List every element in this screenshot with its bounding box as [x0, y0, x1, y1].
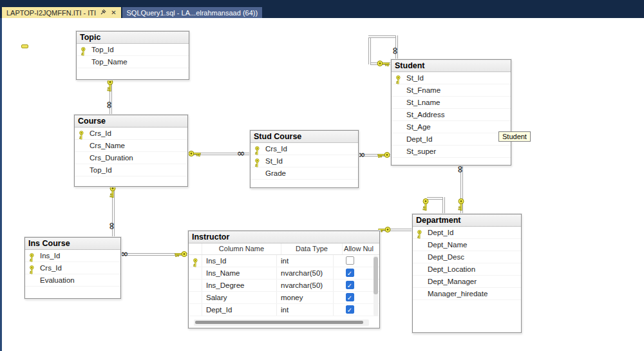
column-name-cell[interactable]: Ins_Degree — [202, 280, 277, 291]
column-row[interactable]: Grade — [251, 167, 358, 180]
column-name-cell[interactable]: Ins_Name — [202, 267, 277, 279]
column-name: St_Id — [263, 157, 358, 165]
table-title[interactable]: Stud Course — [251, 131, 358, 143]
column-name: Crs_Duration — [88, 154, 187, 162]
primary-key-icon — [413, 227, 426, 238]
column-row[interactable]: Crs_Name — [75, 140, 187, 152]
column-name: Dept_Id — [426, 229, 521, 236]
row-gutter — [392, 146, 404, 157]
column-name: St_Age — [404, 123, 511, 131]
column-name: Crs_Name — [88, 142, 187, 149]
allow-nulls-checkbox[interactable]: ✓ — [346, 293, 354, 301]
column-row[interactable]: Dept_Name — [413, 239, 521, 251]
grid-row[interactable]: Ins_Degreenvarchar(50)✓ — [189, 280, 379, 292]
scrollbar-thumb[interactable] — [195, 321, 363, 324]
tab-sql-query[interactable]: SQLQuery1.sql - LA...elrahmansaad (64)) — [122, 7, 263, 18]
column-row[interactable]: Dept_Manager — [413, 276, 521, 288]
primary-key-icon — [75, 128, 88, 139]
stray-connector-mark — [21, 44, 28, 48]
horizontal-scrollbar[interactable] — [194, 319, 369, 326]
column-row[interactable]: St_Id — [251, 155, 358, 167]
pin-icon[interactable] — [100, 9, 106, 16]
column-row[interactable]: Dept_Id — [413, 227, 521, 239]
table-stud-course[interactable]: Stud CourseCrs_IdSt_IdGrade — [250, 130, 359, 188]
column-row[interactable]: St_Lname — [392, 97, 511, 109]
column-name-cell[interactable]: Ins_Id — [202, 255, 277, 267]
row-gutter — [251, 167, 263, 179]
column-row[interactable]: St_Age — [392, 121, 511, 133]
column-name: Grade — [263, 169, 358, 177]
table-title[interactable]: Ins Course — [25, 238, 120, 250]
table-title[interactable]: Topic — [77, 32, 189, 44]
key-one-side-icon — [107, 79, 114, 92]
row-gutter — [75, 164, 88, 176]
column-row[interactable]: Crs_Id — [251, 143, 358, 155]
infinity-many-side-icon: ∞ — [237, 149, 245, 158]
data-type-cell[interactable]: int — [277, 255, 334, 267]
scrollbar-thumb[interactable] — [374, 257, 378, 294]
column-name-cell[interactable]: Dept_Id — [202, 304, 277, 316]
allow-nulls-checkbox[interactable]: ✓ — [346, 305, 354, 314]
column-row[interactable]: Crs_Id — [25, 262, 120, 274]
column-name: Crs_Id — [38, 264, 120, 272]
column-row[interactable]: St_super — [392, 146, 511, 158]
column-row[interactable]: Dept_Id — [392, 133, 511, 146]
vertical-scrollbar[interactable] — [374, 256, 378, 316]
key-one-side-icon — [188, 150, 201, 157]
relationship-line-department-self[interactable] — [427, 197, 444, 200]
column-row[interactable]: St_Address — [392, 109, 511, 121]
allow-nulls-checkbox[interactable] — [346, 256, 354, 265]
grid-header-allow-nulls: Allow Nul — [343, 243, 375, 254]
table-title[interactable]: Course — [75, 115, 187, 128]
row-gutter — [413, 276, 426, 287]
grid-row[interactable]: Salarymoney✓ — [189, 292, 379, 304]
table-ins-course[interactable]: Ins CourseIns_IdCrs_IdEvaluation — [24, 237, 121, 299]
table-student[interactable]: StudentSt_IdSt_FnameSt_LnameSt_AddressSt… — [391, 59, 511, 166]
allow-nulls-checkbox[interactable]: ✓ — [346, 269, 354, 277]
column-row[interactable]: Crs_Duration — [75, 152, 187, 164]
column-row[interactable]: Manager_hiredate — [413, 288, 521, 300]
relationship-line-department-self[interactable] — [442, 197, 445, 214]
column-row[interactable]: Dept_Desc — [413, 251, 521, 263]
table-course[interactable]: CourseCrs_IdCrs_NameCrs_DurationTop_Id — [74, 115, 188, 187]
column-name: Crs_Id — [88, 129, 187, 137]
row-gutter — [25, 274, 38, 286]
grid-row[interactable]: Ins_Idint — [189, 255, 379, 267]
row-gutter — [392, 121, 404, 133]
relationship-line-student-self[interactable] — [368, 35, 398, 38]
table-topic[interactable]: TopicTop_IdTop_Name — [76, 31, 189, 80]
primary-key-icon — [77, 44, 90, 55]
allow-nulls-checkbox[interactable]: ✓ — [346, 281, 354, 289]
primary-key-icon — [251, 155, 263, 167]
column-row[interactable]: Top_Name — [77, 56, 189, 68]
data-type-cell[interactable]: int — [277, 304, 334, 316]
column-name: Manager_hiredate — [426, 290, 521, 298]
column-name-cell[interactable]: Salary — [202, 292, 277, 303]
grid-row[interactable]: Ins_Namenvarchar(50)✓ — [189, 267, 379, 280]
table-title[interactable]: Department — [413, 214, 521, 227]
column-row[interactable]: Evaluation — [25, 274, 120, 287]
column-row[interactable]: St_Id — [392, 72, 511, 84]
column-name: Dept_Desc — [426, 253, 521, 261]
column-row[interactable]: Dept_Location — [413, 263, 521, 276]
close-icon[interactable]: ✕ — [111, 10, 116, 16]
table-title[interactable]: Instructor — [189, 231, 379, 243]
infinity-many-side-icon: ∞ — [391, 47, 400, 55]
column-row[interactable]: St_Fname — [392, 84, 511, 97]
relationship-line-student-self[interactable] — [368, 35, 371, 64]
column-row[interactable]: Crs_Id — [75, 128, 187, 140]
data-type-cell[interactable]: nvarchar(50) — [277, 267, 334, 279]
table-instructor[interactable]: Instructor Column Name Data Type Allow N… — [188, 231, 380, 328]
row-gutter — [413, 263, 426, 275]
data-type-cell[interactable]: nvarchar(50) — [277, 280, 334, 291]
table-department[interactable]: DepartmentDept_IdDept_NameDept_DescDept_… — [412, 214, 522, 333]
table-title[interactable]: Student — [392, 60, 511, 72]
data-type-cell[interactable]: money — [277, 292, 334, 303]
column-row[interactable]: Top_Id — [75, 164, 187, 176]
row-gutter — [413, 288, 426, 299]
column-name: Dept_Name — [426, 241, 521, 249]
grid-row[interactable]: Dept_Idint✓ — [189, 304, 379, 316]
tab-diagram[interactable]: LAPTOP-I2JQMFFN.ITI - ITI ✕ — [2, 7, 121, 18]
column-row[interactable]: Top_Id — [77, 44, 189, 56]
column-row[interactable]: Ins_Id — [25, 250, 120, 262]
